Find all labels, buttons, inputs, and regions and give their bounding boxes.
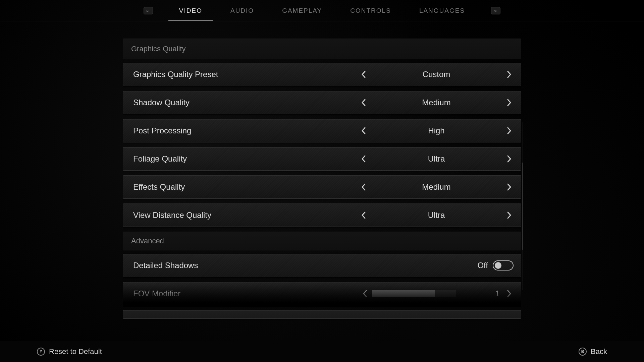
chevron-right-icon[interactable] <box>505 183 514 191</box>
row-graphics-preset[interactable]: Graphics Quality Preset Custom <box>123 63 521 86</box>
chevron-right-icon[interactable] <box>505 70 514 79</box>
row-label: FOV Modifier <box>133 289 359 298</box>
section-header-advanced: Advanced <box>123 232 521 250</box>
tab-controls[interactable]: CONTROLS <box>348 0 393 21</box>
selector-value: Custom <box>368 70 505 79</box>
back-label: Back <box>591 347 607 356</box>
reset-to-default-button[interactable]: Y Reset to Default <box>37 347 102 356</box>
y-button-icon: Y <box>37 348 45 356</box>
chevron-left-icon[interactable] <box>359 211 368 220</box>
tab-gameplay[interactable]: GAMEPLAY <box>280 0 324 21</box>
chevron-left-icon[interactable] <box>359 155 368 163</box>
tab-audio[interactable]: AUDIO <box>228 0 256 21</box>
reset-label: Reset to Default <box>49 347 102 356</box>
row-label: Effects Quality <box>133 182 359 192</box>
scrollbar-thumb[interactable] <box>522 163 523 250</box>
scrollbar[interactable] <box>522 122 523 290</box>
rt-trigger-icon[interactable]: RT <box>491 7 500 14</box>
chevron-right-icon[interactable] <box>505 289 514 298</box>
selector-value: Medium <box>368 182 505 192</box>
chevron-left-icon[interactable] <box>359 70 368 79</box>
chevron-right-icon[interactable] <box>505 126 514 135</box>
section-header-graphics: Graphics Quality <box>123 39 521 59</box>
row-label: Foliage Quality <box>133 154 359 164</box>
settings-panel: Graphics Quality Graphics Quality Preset… <box>123 39 521 327</box>
lt-trigger-icon[interactable]: LT <box>144 7 153 14</box>
back-button[interactable]: B Back <box>579 347 607 356</box>
tab-video[interactable]: VIDEO <box>177 0 204 21</box>
row-fov-modifier[interactable]: FOV Modifier 1 <box>123 282 521 305</box>
value-selector: Custom <box>359 70 514 79</box>
toggle-state-label: Off <box>477 261 488 270</box>
chevron-left-icon[interactable] <box>359 98 368 107</box>
row-label: Shadow Quality <box>133 98 359 107</box>
chevron-right-icon[interactable] <box>505 155 514 163</box>
selector-value: Medium <box>368 98 505 107</box>
row-next-partial[interactable] <box>123 310 521 319</box>
selector-value: Ultra <box>368 154 505 164</box>
chevron-left-icon[interactable] <box>359 126 368 135</box>
toggle-switch[interactable] <box>493 260 514 270</box>
row-label: Post Processing <box>133 126 359 135</box>
row-detailed-shadows[interactable]: Detailed Shadows Off <box>123 254 521 277</box>
settings-tabbar: LT VIDEO AUDIO GAMEPLAY CONTROLS LANGUAG… <box>0 0 644 21</box>
row-label: Graphics Quality Preset <box>133 70 359 79</box>
footer-bar: Y Reset to Default B Back <box>0 341 644 362</box>
row-foliage-quality[interactable]: Foliage Quality Ultra <box>123 147 521 171</box>
tab-languages[interactable]: LANGUAGES <box>417 0 467 21</box>
chevron-right-icon[interactable] <box>505 211 514 220</box>
selector-value: Ultra <box>368 210 505 220</box>
chevron-left-icon[interactable] <box>361 289 369 298</box>
row-shadow-quality[interactable]: Shadow Quality Medium <box>123 91 521 114</box>
chevron-left-icon[interactable] <box>359 183 368 191</box>
selector-value: High <box>368 126 505 135</box>
value-selector: Ultra <box>359 154 514 164</box>
row-label: Detailed Shadows <box>133 261 477 270</box>
slider-value: 1 <box>459 289 502 298</box>
row-post-processing[interactable]: Post Processing High <box>123 119 521 142</box>
chevron-right-icon[interactable] <box>505 98 514 107</box>
row-view-distance-quality[interactable]: View Distance Quality Ultra <box>123 203 521 227</box>
value-selector: Ultra <box>359 210 514 220</box>
value-selector: High <box>359 126 514 135</box>
row-label: View Distance Quality <box>133 210 359 220</box>
toggle-knob <box>495 262 501 269</box>
fov-slider[interactable] <box>372 290 456 297</box>
value-selector: Medium <box>359 98 514 107</box>
row-effects-quality[interactable]: Effects Quality Medium <box>123 175 521 199</box>
b-button-icon: B <box>579 348 587 356</box>
slider-fill <box>372 290 435 297</box>
value-selector: Medium <box>359 182 514 192</box>
